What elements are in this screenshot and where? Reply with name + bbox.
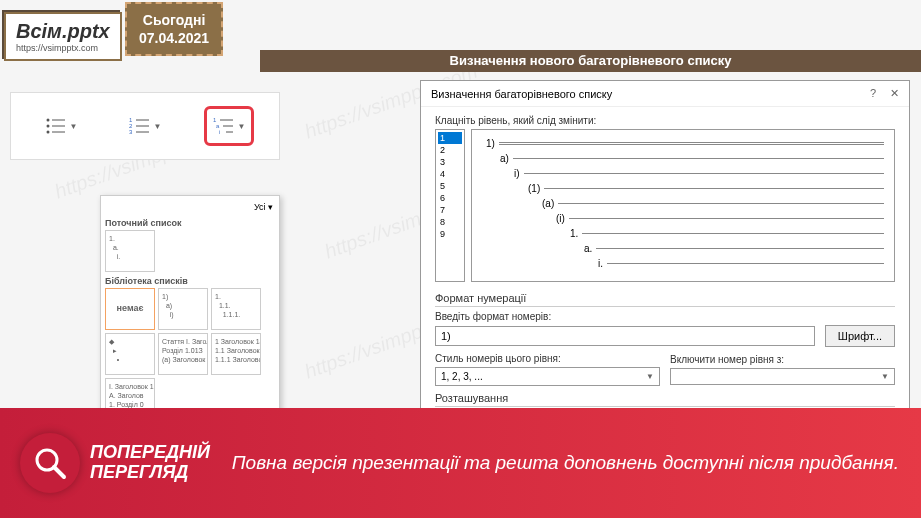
preview-marker: (1) bbox=[528, 183, 540, 194]
preview-marker: a. bbox=[584, 243, 592, 254]
level-item[interactable]: 5 bbox=[438, 180, 462, 192]
date-value: 07.04.2021 bbox=[139, 30, 209, 46]
include-label: Включити номер рівня з: bbox=[670, 354, 895, 365]
dropdown-arrow-icon: ▼ bbox=[154, 122, 162, 131]
preview-marker: 1. bbox=[570, 228, 578, 239]
level-item[interactable]: 2 bbox=[438, 144, 462, 156]
bullets-button[interactable]: ▼ bbox=[36, 106, 86, 146]
gallery-item[interactable]: Стаття I. Загол Розділ 1.01З (a) Заголов… bbox=[158, 333, 208, 375]
chevron-down-icon: ▼ bbox=[881, 372, 889, 381]
level-item[interactable]: 6 bbox=[438, 192, 462, 204]
page-title: Визначення нового багаторівневого списку bbox=[260, 50, 921, 72]
level-item[interactable]: 1 bbox=[438, 132, 462, 144]
dialog-title: Визначення багаторівневого списку bbox=[431, 88, 612, 100]
include-select[interactable]: ▼ bbox=[670, 368, 895, 385]
multilevel-button[interactable]: 1ai ▼ bbox=[204, 106, 254, 146]
preview-label-2: ПЕРЕГЛЯД bbox=[90, 463, 210, 483]
format-group-label: Формат нумерації bbox=[435, 292, 895, 307]
level-item[interactable]: 4 bbox=[438, 168, 462, 180]
svg-text:i: i bbox=[219, 129, 220, 135]
gallery-item[interactable]: 1. 1.1. 1.1.1. bbox=[211, 288, 261, 330]
banner-message: Повна версія презентації та решта доповн… bbox=[230, 452, 921, 474]
svg-point-0 bbox=[46, 119, 49, 122]
close-button[interactable]: ✕ bbox=[890, 87, 899, 100]
position-group-label: Розташування bbox=[435, 392, 895, 407]
dropdown-arrow-icon: ▼ bbox=[70, 122, 78, 131]
logo-url: https://vsimpptx.com bbox=[16, 43, 110, 53]
gallery-item[interactable]: 1) a) i) bbox=[158, 288, 208, 330]
svg-line-19 bbox=[54, 467, 64, 477]
gallery-section-library: Бібліотека списків bbox=[105, 276, 275, 286]
svg-text:3: 3 bbox=[129, 129, 133, 135]
list-preview: 1) a) i) (1) (a) (i) 1. a. i. bbox=[471, 129, 895, 282]
logo-badge: Всім.pptx https://vsimpptx.com bbox=[4, 12, 122, 61]
level-item[interactable]: 9 bbox=[438, 228, 462, 240]
font-button[interactable]: Шрифт... bbox=[825, 325, 895, 347]
preview-marker: i) bbox=[514, 168, 520, 179]
style-label: Стиль номерів цього рівня: bbox=[435, 353, 660, 364]
gallery-item[interactable]: 1 Заголовок 1- 1.1 Заголовок 1.1.1 Загол… bbox=[211, 333, 261, 375]
style-select[interactable]: 1, 2, 3, ...▼ bbox=[435, 367, 660, 386]
enter-format-label: Введіть формат номерів: bbox=[435, 311, 895, 322]
gallery-item-current[interactable]: 1. a. i. bbox=[105, 230, 155, 272]
gallery-item[interactable]: ◆ ▸ • bbox=[105, 333, 155, 375]
level-item[interactable]: 3 bbox=[438, 156, 462, 168]
preview-marker: a) bbox=[500, 153, 509, 164]
preview-marker: (i) bbox=[556, 213, 565, 224]
dropdown-arrow-icon: ▼ bbox=[238, 122, 246, 131]
preview-label-1: ПОПЕРЕДНІЙ bbox=[90, 443, 210, 463]
logo-title: Всім.pptx bbox=[16, 20, 110, 43]
level-item[interactable]: 8 bbox=[438, 216, 462, 228]
today-label: Сьогодні bbox=[139, 12, 209, 28]
gallery-section-current: Поточний список bbox=[105, 218, 275, 228]
preview-marker: (a) bbox=[542, 198, 554, 209]
svg-point-4 bbox=[46, 131, 49, 134]
gallery-item-none[interactable]: немає bbox=[105, 288, 155, 330]
numbering-button[interactable]: 123 ▼ bbox=[120, 106, 170, 146]
preview-banner: ПОПЕРЕДНІЙ ПЕРЕГЛЯД Повна версія презент… bbox=[0, 408, 921, 518]
level-listbox[interactable]: 1 2 3 4 5 6 7 8 9 bbox=[435, 129, 465, 282]
format-input[interactable]: 1) bbox=[435, 326, 815, 346]
preview-marker: i. bbox=[598, 258, 603, 269]
ribbon-list-buttons: ▼ 123 ▼ 1ai ▼ bbox=[10, 92, 280, 160]
click-level-label: Клацніть рівень, який слід змінити: bbox=[435, 115, 895, 126]
help-button[interactable]: ? bbox=[870, 87, 876, 100]
preview-marker: 1) bbox=[486, 138, 495, 149]
chevron-down-icon: ▼ bbox=[646, 372, 654, 381]
all-dropdown[interactable]: Усі ▾ bbox=[254, 202, 273, 212]
date-badge: Сьогодні 07.04.2021 bbox=[125, 2, 223, 56]
level-item[interactable]: 7 bbox=[438, 204, 462, 216]
magnifier-icon bbox=[20, 433, 80, 493]
svg-point-2 bbox=[46, 125, 49, 128]
